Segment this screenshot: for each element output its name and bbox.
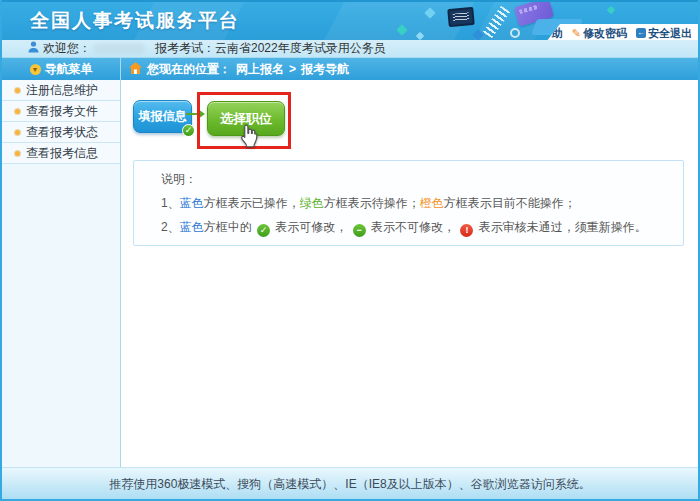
sidebar-item-view-application-info[interactable]: 查看报考信息	[2, 143, 120, 164]
notes-text: 表示审核未通过，须重新操作。	[475, 220, 646, 234]
sidebar-item-view-exam-files[interactable]: 查看报考文件	[2, 101, 120, 122]
bullet-icon	[15, 130, 20, 135]
check-badge-icon: ✓	[182, 124, 195, 137]
sidebar-title: 导航菜单	[45, 61, 93, 78]
notes-text: 方框表示已操作，	[204, 196, 300, 210]
app-header: 全国人事考试服务平台 ? 帮 助 ✎ 修改密码 ← 安全退出	[2, 0, 698, 40]
footer-browser-recommendation: 推荐使用360极速模式、搜狗（高速模式）、IE（IE8及以上版本）、谷歌浏览器访…	[109, 476, 590, 493]
user-icon	[28, 41, 39, 56]
notes-title: 说明：	[161, 172, 673, 186]
fill-info-label: 填报信息	[139, 108, 187, 125]
notes-box: 说明： 1、蓝色方框表示已操作，绿色方框表示待操作；橙色方框表示目前不能操作； …	[133, 160, 684, 246]
sidebar-item-registration-info[interactable]: 注册信息维护	[2, 80, 120, 101]
notes-line-1: 1、蓝色方框表示已操作，绿色方框表示待操作；橙色方框表示目前不能操作；	[161, 196, 673, 210]
sidebar-item-label: 查看报考文件	[26, 103, 98, 120]
footer: 推荐使用360极速模式、搜狗（高速模式）、IE（IE8及以上版本）、谷歌浏览器访…	[2, 467, 698, 499]
notes-text: 方框中的	[204, 220, 255, 234]
notes-line-2: 2、蓝色方框中的 ✓ 表示可修改， − 表示不可修改， ! 表示审核未通过，须重…	[161, 220, 673, 237]
exit-icon: ←	[636, 28, 646, 38]
sidebar-item-label: 查看报考信息	[26, 145, 98, 162]
modifiable-check-icon: ✓	[257, 224, 270, 237]
red-highlight-box: 选择职位	[197, 92, 291, 149]
notes-green-word: 绿色	[300, 196, 324, 210]
notes-blue-word: 蓝色	[180, 220, 204, 234]
exam-name: 报考考试：云南省2022年度考试录用公务员	[155, 40, 386, 57]
sidebar: ▾ 导航菜单 注册信息维护 查看报考文件 查看报考状态 查看报考信息	[2, 58, 121, 467]
welcome-greeting: 欢迎您：	[43, 40, 91, 57]
notes-orange-word: 橙色	[420, 196, 444, 210]
welcome-bar: 欢迎您： 报考考试：云南省2022年度考试录用公务员	[2, 40, 698, 58]
notes-text: 表示不可修改，	[368, 220, 459, 234]
logout-label: 安全退出	[648, 26, 692, 41]
notes-line2-num: 2、	[161, 220, 180, 234]
sidebar-item-view-application-status[interactable]: 查看报考状态	[2, 122, 120, 143]
notes-text: 表示可修改，	[272, 220, 351, 234]
notes-text: 方框表示目前不能操作；	[444, 196, 576, 210]
page-title: 全国人事考试服务平台	[30, 8, 240, 34]
not-modifiable-minus-icon: −	[353, 224, 366, 237]
main-content: 填报信息 ✓ 选择职位 说明： 1、蓝色方框表示已操作，绿色方框表示待操作；橙色…	[121, 80, 698, 467]
hand-cursor-icon	[235, 123, 261, 149]
header-actions: ? 帮 助 ✎ 修改密码 ← 安全退出	[546, 24, 698, 40]
redacted-username	[93, 43, 145, 54]
home-icon	[129, 62, 142, 77]
sidebar-item-label: 注册信息维护	[26, 82, 98, 99]
nav-menu-icon: ▾	[30, 64, 41, 75]
sidebar-header: ▾ 导航菜单	[2, 58, 120, 80]
bullet-icon	[15, 88, 20, 93]
pencil-icon: ✎	[572, 28, 581, 38]
header-illustration-clip	[510, 28, 520, 38]
notes-text: 方框表示待操作；	[324, 196, 420, 210]
bullet-icon	[15, 109, 20, 114]
header-illustration-cube	[607, 6, 615, 14]
breadcrumb-current: 报考导航	[301, 61, 349, 78]
change-password-label: 修改密码	[583, 26, 627, 41]
breadcrumb-link-online-registration[interactable]: 网上报名	[236, 61, 284, 78]
notes-blue-word: 蓝色	[180, 196, 204, 210]
breadcrumb-separator: >	[289, 62, 296, 76]
fill-info-button[interactable]: 填报信息 ✓	[133, 100, 192, 133]
notes-line1-num: 1、	[161, 196, 180, 210]
page: 全国人事考试服务平台 ? 帮 助 ✎ 修改密码 ← 安全退出 欢迎您： 报考考试…	[0, 0, 700, 501]
header-illustration-screen	[447, 7, 474, 27]
sidebar-item-label: 查看报考状态	[26, 124, 98, 141]
logout-button[interactable]: ← 安全退出	[636, 26, 692, 41]
bullet-icon	[15, 151, 20, 156]
breadcrumb-prefix: 您现在的位置：	[147, 61, 231, 78]
breadcrumb: 您现在的位置： 网上报名 > 报考导航	[121, 58, 698, 80]
review-failed-exclamation-icon: !	[460, 224, 473, 237]
change-password-button[interactable]: ✎ 修改密码	[572, 26, 627, 41]
